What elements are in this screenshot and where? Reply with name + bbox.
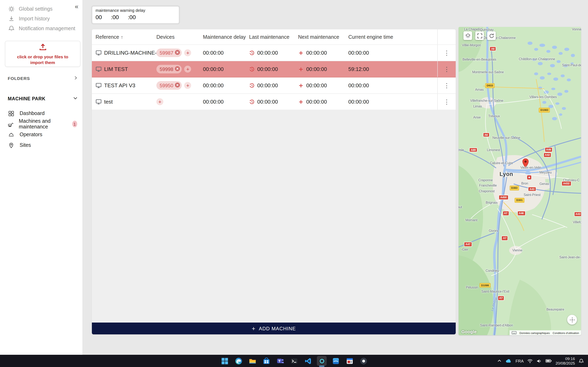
language-indicator[interactable]: FRA — [516, 359, 524, 363]
taskbar-clock[interactable]: 09:16 20/08/2025 — [555, 356, 575, 366]
refresh-button[interactable] — [487, 31, 496, 40]
add-maintenance-icon[interactable] — [298, 99, 304, 105]
taskbar-teams-button[interactable] — [275, 356, 285, 366]
pan-button[interactable] — [567, 315, 577, 325]
machines-label: Machines and maintenance — [19, 118, 67, 130]
add-machine-button[interactable]: + ADD MACHINE — [92, 323, 456, 334]
column-header-last-maintenance[interactable]: Last maintenance — [249, 34, 298, 40]
taskbar-browser-button[interactable] — [359, 356, 368, 366]
machine-icon — [95, 82, 102, 89]
sidebar-item-dashboard[interactable]: Dashboard — [0, 108, 83, 119]
collapse-sidebar-icon[interactable]: « — [75, 3, 78, 10]
taskbar-active-app-button[interactable] — [317, 356, 327, 366]
next-maintenance-value: 00:00:00 — [306, 50, 327, 56]
road-badge: D933 — [485, 83, 494, 88]
row-menu-icon[interactable]: ⋮ — [441, 98, 452, 105]
table-row[interactable]: LIM TEST59998+00:00:0000:00:0000:00:0059… — [92, 61, 456, 77]
vscode-icon — [304, 357, 312, 365]
taskbar-vscode-button[interactable] — [303, 356, 313, 366]
taskbar-start-button[interactable] — [220, 356, 229, 366]
map-label: Givors — [489, 229, 498, 233]
devices-cell: 59950+ — [156, 77, 203, 93]
device-chip[interactable]: 59950 — [156, 81, 182, 90]
engine-time-value: 00:00:00 — [348, 99, 369, 105]
table-row[interactable]: DRILLING-MACHINE-059987+00:00:0000:00:00… — [92, 45, 456, 61]
sidebar-item-import-history[interactable]: Import history — [0, 14, 82, 24]
map-type-button[interactable] — [463, 31, 472, 40]
map-label: aut — [458, 206, 462, 209]
delay-seconds-input[interactable]: :00 — [128, 14, 136, 20]
column-header-next-maintenance[interactable]: Next maintenance — [298, 34, 348, 40]
add-maintenance-icon[interactable] — [298, 50, 304, 56]
column-header-maintenance-delay[interactable]: Maintenance delay — [203, 34, 249, 40]
engine-time-value: 00:00:00 — [348, 50, 369, 56]
onedrive-cloud-icon[interactable] — [506, 359, 512, 363]
reference-cell: TEST API V3 — [92, 77, 156, 93]
remove-device-icon[interactable] — [175, 50, 180, 56]
taskbar-tray: FRA 09:16 20/08/2025 — [497, 355, 588, 367]
row-menu-icon[interactable]: ⋮ — [441, 49, 452, 57]
location-pin-icon — [8, 142, 15, 148]
add-device-button[interactable]: + — [156, 98, 163, 105]
next-maintenance-value: 00:00:00 — [306, 82, 327, 89]
sidebar-item-notification-management[interactable]: Notification management — [0, 24, 82, 33]
sidebar-item-global-settings[interactable]: Global settings — [0, 4, 82, 14]
device-chip[interactable]: 59998 — [156, 65, 182, 73]
row-menu-icon[interactable]: ⋮ — [441, 66, 452, 73]
volume-icon[interactable] — [537, 359, 542, 363]
history-icon[interactable] — [249, 99, 255, 105]
notification-bell-icon[interactable] — [579, 358, 584, 364]
add-device-button[interactable]: + — [184, 82, 191, 89]
map-label: Saint-Priest — [524, 193, 541, 197]
map-label: Montmerle-sur-Saône — [472, 70, 504, 74]
table-row[interactable]: test+00:00:0000:00:0000:00:0000:00:00⋮ — [92, 94, 456, 110]
add-device-button[interactable]: + — [184, 49, 191, 56]
column-header-devices[interactable]: Devices — [156, 34, 203, 40]
remove-device-icon[interactable] — [175, 82, 180, 89]
history-icon[interactable] — [249, 66, 255, 72]
device-id: 59998 — [160, 66, 173, 72]
machine-marker-icon[interactable] — [527, 174, 531, 181]
device-chip[interactable]: 59987 — [156, 49, 182, 57]
remove-device-icon[interactable] — [175, 66, 180, 72]
map-terms-link[interactable]: Conditions d'utilisation — [553, 331, 579, 334]
sidebar-item-operators[interactable]: Operators — [0, 129, 83, 140]
add-maintenance-icon[interactable] — [298, 83, 304, 88]
battery-icon[interactable] — [546, 359, 552, 363]
sidebar-item-sites[interactable]: Sites — [0, 140, 83, 150]
machine-park-header[interactable]: MACHINE PARK — [0, 96, 83, 101]
folders-section[interactable]: FOLDERS — [0, 76, 83, 81]
file-dropzone[interactable]: click or drop your files to import them — [5, 41, 80, 67]
chevron-right-icon — [73, 76, 78, 81]
wifi-icon[interactable] — [527, 359, 533, 363]
history-icon[interactable] — [249, 83, 255, 88]
keyboard-icon[interactable] — [512, 331, 517, 334]
road-badge: D383 — [509, 186, 519, 191]
fullscreen-button[interactable] — [475, 31, 484, 40]
last-maintenance-value: 00:00:00 — [257, 82, 278, 89]
row-menu-icon[interactable]: ⋮ — [441, 82, 452, 89]
taskbar-remote-desktop-button[interactable] — [331, 356, 341, 366]
taskbar-edge-button[interactable] — [233, 356, 243, 366]
table-row[interactable]: TEST API V359950+00:00:0000:00:0000:00:0… — [92, 77, 456, 94]
map-attribution: Données cartographiques Conditions d'uti… — [510, 330, 581, 335]
add-maintenance-icon[interactable] — [298, 66, 304, 72]
history-icon[interactable] — [249, 50, 255, 56]
add-device-button[interactable]: + — [184, 66, 191, 73]
map-data-attribution[interactable]: Données cartographiques — [519, 331, 550, 334]
taskbar-terminal-button[interactable] — [289, 356, 299, 366]
map-label: Villars-les-Dombes — [529, 95, 557, 99]
maintenance-delay-value: 00:00:00 — [203, 50, 224, 56]
taskbar-system-window-button[interactable] — [345, 356, 355, 366]
taskbar-store-button[interactable] — [261, 356, 271, 366]
device-id: 59950 — [160, 83, 173, 88]
map-panel[interactable]: Lyon Le Rhône La Chapelle-QuinchayVonnas… — [458, 27, 581, 335]
tray-chevron-up-icon[interactable] — [497, 359, 502, 363]
delay-minutes-input[interactable]: :00 — [111, 14, 119, 20]
taskbar-file-explorer-button[interactable] — [247, 356, 257, 366]
column-header-current-engine-time[interactable]: Current engine time — [348, 34, 437, 40]
sidebar-item-machines[interactable]: Machines and maintenance 1 — [0, 119, 83, 129]
last-maintenance-value: 00:00:00 — [257, 99, 278, 105]
column-header-reference[interactable]: Reference ↑ — [92, 34, 156, 40]
delay-hours-input[interactable]: 00 — [95, 14, 102, 20]
